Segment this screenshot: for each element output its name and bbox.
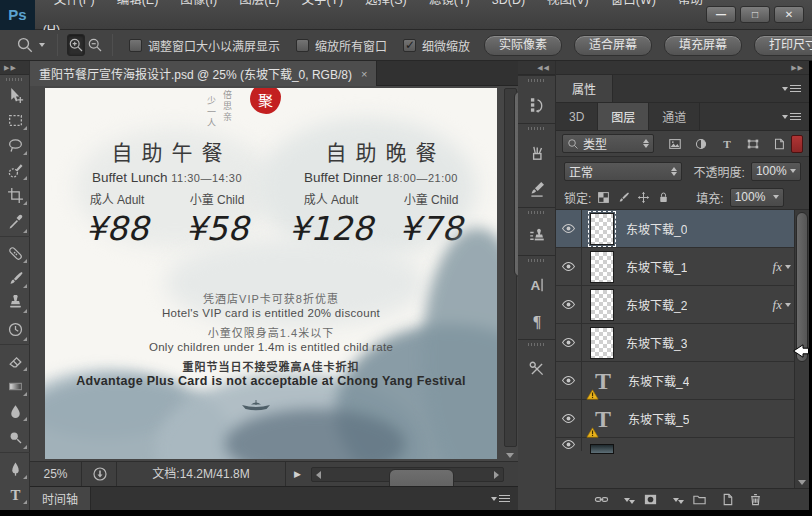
layer-name[interactable]: 东坡下载_0 xyxy=(626,220,687,237)
lock-position-icon[interactable] xyxy=(637,191,650,204)
layer-thumbnail[interactable]: T xyxy=(590,403,616,435)
history-panel-icon[interactable] xyxy=(518,87,556,123)
options-button[interactable]: 填充屏幕 xyxy=(664,35,742,56)
visibility-toggle[interactable] xyxy=(556,286,582,323)
layer-thumbnail[interactable]: T xyxy=(590,213,614,245)
quick-selection-tool-icon[interactable] xyxy=(0,158,30,183)
poster-canvas[interactable]: 倍思亲 少一人 聚 自助午餐 Buffet Lunch 11:30—14:30 … xyxy=(45,88,497,459)
panel-tab[interactable]: 图层 xyxy=(598,103,649,130)
pen-tool-icon[interactable] xyxy=(0,457,30,482)
menu-item[interactable]: 图像(I) xyxy=(169,0,228,7)
checkbox-icon[interactable] xyxy=(296,39,309,52)
layer-name[interactable]: 东坡下载_4 xyxy=(628,372,689,389)
zoom-in-button[interactable] xyxy=(67,34,85,56)
checkbox-icon[interactable] xyxy=(403,39,416,52)
dock-collapse-icon[interactable]: ▶▶ xyxy=(556,61,809,75)
character-panel-icon[interactable] xyxy=(518,267,556,303)
tab-properties[interactable]: 属性 xyxy=(556,75,613,102)
dodge-tool-icon[interactable] xyxy=(0,424,30,453)
panel-tab[interactable]: 3D xyxy=(556,103,598,130)
status-flyout-icon[interactable]: ▶ xyxy=(294,469,301,479)
menu-item[interactable]: 文件(F) xyxy=(43,0,106,7)
scroll-right-icon[interactable] xyxy=(494,471,499,479)
panel-menu-icon[interactable] xyxy=(491,495,510,502)
visibility-toggle[interactable] xyxy=(556,400,582,437)
layer-row[interactable]: T 东坡下载_4 fx xyxy=(556,362,809,400)
layer-style-icon[interactable] xyxy=(624,498,630,502)
new-layer-icon[interactable] xyxy=(720,492,735,507)
layer-row[interactable]: T fx xyxy=(556,438,809,451)
layer-thumbnail[interactable]: T xyxy=(590,289,614,321)
gradient-tool-icon[interactable] xyxy=(0,374,30,399)
filter-type-select[interactable]: 类型 xyxy=(562,134,654,153)
filter-smart-objects-icon[interactable] xyxy=(768,134,790,153)
layer-row[interactable]: T 东坡下载_3 fx xyxy=(556,324,809,362)
visibility-toggle[interactable] xyxy=(556,210,582,247)
paragraph-panel-icon[interactable] xyxy=(518,303,556,339)
layer-name[interactable]: 东坡下载_3 xyxy=(626,334,687,351)
option-checkbox[interactable]: 调整窗口大小以满屏显示 xyxy=(129,37,280,54)
tools-panel-expand[interactable]: ▶▶ xyxy=(0,61,29,75)
layer-thumbnail[interactable]: T xyxy=(590,327,614,359)
visibility-toggle[interactable] xyxy=(556,362,582,399)
brush-tool-icon[interactable] xyxy=(0,266,30,291)
crop-tool-icon[interactable] xyxy=(0,183,30,208)
eraser-tool-icon[interactable] xyxy=(0,349,30,374)
filter-shape-layers-icon[interactable] xyxy=(742,134,764,153)
menu-item[interactable]: 文字(Y) xyxy=(290,0,354,7)
layer-name[interactable]: 东坡下载_5 xyxy=(628,410,689,427)
visibility-toggle[interactable] xyxy=(556,438,582,451)
history-brush-tool-icon[interactable] xyxy=(0,316,30,345)
layer-thumbnail[interactable]: T xyxy=(590,444,614,454)
lock-all-icon[interactable] xyxy=(657,191,670,204)
options-button[interactable]: 实际像素 xyxy=(484,35,562,56)
healing-brush-tool-icon[interactable] xyxy=(0,241,30,266)
dock-collapse-icon[interactable]: ◀◀ xyxy=(518,61,555,75)
delete-layer-icon[interactable] xyxy=(748,492,763,507)
layer-row[interactable]: T 东坡下载_5 fx xyxy=(556,400,809,438)
lock-pixels-icon[interactable] xyxy=(617,191,630,204)
new-group-icon[interactable] xyxy=(692,492,707,507)
document-tab[interactable]: 重阳节餐厅宣传海报设计.psd @ 25% (东坡下载_0, RGB/8) × xyxy=(30,61,377,86)
option-checkbox[interactable]: 缩放所有窗口 xyxy=(296,37,387,54)
options-button[interactable]: 适合屏幕 xyxy=(574,35,652,56)
minimize-button[interactable]: — xyxy=(706,6,736,23)
filter-type-layers-icon[interactable] xyxy=(716,134,738,153)
layer-row[interactable]: T 东坡下载_2 fx xyxy=(556,286,809,324)
tab-close-icon[interactable]: × xyxy=(361,68,367,80)
scrollbar-thumb[interactable] xyxy=(796,212,808,362)
layer-effects-badge[interactable]: fx xyxy=(773,297,791,313)
scroll-left-icon[interactable] xyxy=(316,471,321,479)
visibility-toggle[interactable] xyxy=(556,324,582,361)
link-layers-icon[interactable] xyxy=(594,492,609,507)
lasso-tool-icon[interactable] xyxy=(0,133,30,158)
menu-item[interactable]: 视图(V) xyxy=(536,0,600,7)
menu-item[interactable]: 3D(D) xyxy=(481,0,536,7)
options-button[interactable]: 打印尺寸 xyxy=(754,35,812,56)
tool-presets-panel-icon[interactable] xyxy=(518,351,556,387)
fill-field[interactable]: 100% xyxy=(730,188,784,207)
filter-pixel-layers-icon[interactable] xyxy=(664,134,686,153)
horizontal-scrollbar[interactable] xyxy=(311,467,504,482)
layer-row[interactable]: T 东坡下载_1 fx xyxy=(556,248,809,286)
tool-preset-picker[interactable] xyxy=(12,34,49,56)
clone-source-panel-icon[interactable] xyxy=(518,219,556,255)
vertical-scrollbar[interactable] xyxy=(504,88,517,447)
visibility-toggle[interactable] xyxy=(556,248,582,285)
menu-item[interactable]: 滤镜(T) xyxy=(418,0,481,7)
opacity-field[interactable]: 100% xyxy=(751,162,801,181)
menu-item[interactable]: 图层(L) xyxy=(228,0,290,7)
panel-menu-icon[interactable] xyxy=(782,113,801,120)
filter-adjustment-layers-icon[interactable] xyxy=(690,134,712,153)
layer-effects-badge[interactable]: fx xyxy=(773,259,791,275)
layer-name[interactable]: 东坡下载_1 xyxy=(626,258,687,275)
close-button[interactable]: ✕ xyxy=(774,6,804,23)
scroll-down-icon[interactable] xyxy=(798,480,806,485)
brush-presets-panel-icon[interactable] xyxy=(518,171,556,207)
blend-mode-select[interactable]: 正常 xyxy=(564,162,682,181)
zoom-out-button[interactable] xyxy=(87,34,103,56)
maximize-button[interactable]: □ xyxy=(740,6,770,23)
timeline-tab[interactable]: 时间轴 xyxy=(30,487,91,510)
move-tool-icon[interactable] xyxy=(0,83,30,108)
document-info-field[interactable]: 文档:14.2M/41.8M xyxy=(116,462,286,486)
